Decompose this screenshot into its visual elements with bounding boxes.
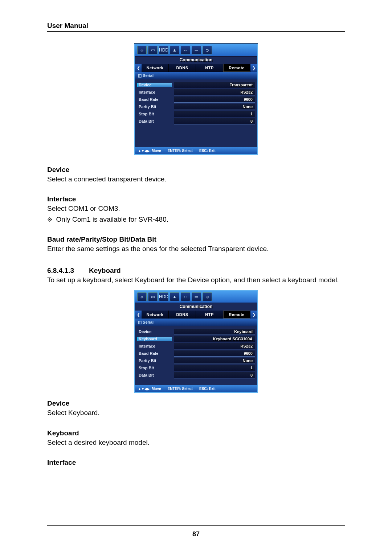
- dvr-field-label: Data Bit: [137, 119, 172, 123]
- io-icon[interactable]: ↔: [181, 46, 190, 54]
- dvr-field-label: Baud Rate: [137, 97, 172, 102]
- desc-keyboard: Select a desired keyboard model.: [47, 437, 345, 448]
- dvr-field-label: Keyboard: [137, 337, 172, 341]
- network-icon[interactable]: ═: [192, 292, 201, 301]
- dvr-field-value[interactable]: 9600: [174, 97, 255, 103]
- dvr-toolbar: ☼ ▭ HDD ▲ ↔ ═ ➲: [135, 291, 257, 303]
- hdd-icon[interactable]: HDD: [159, 292, 168, 301]
- term-device-2: Device: [47, 399, 345, 407]
- dvr-field-row[interactable]: Parity BitNone: [137, 103, 255, 110]
- dvr-field-label: Interface: [137, 344, 172, 348]
- dvr-field-value[interactable]: 9600: [174, 350, 255, 357]
- desc-interface-note: ※ Only Com1 is available for SVR-480.: [47, 214, 345, 225]
- section-heading: 6.8.4.1.3Keyboard: [47, 267, 345, 275]
- tab-ntp[interactable]: NTP: [196, 311, 223, 319]
- footer-esc: ESC: Exit: [199, 149, 216, 153]
- user-icon[interactable]: ▲: [170, 46, 179, 54]
- dvr-field-label: Device: [137, 83, 172, 87]
- tab-network[interactable]: Network: [142, 311, 169, 319]
- term-keyboard: Keyboard: [47, 429, 345, 437]
- dvr-field-row[interactable]: Baud Rate9600: [137, 350, 255, 357]
- monitor-icon[interactable]: ▭: [148, 46, 158, 54]
- dvr-field-row[interactable]: Stop Bit1: [137, 111, 255, 117]
- term-interface: Interface: [47, 195, 345, 203]
- dvr-screenshot-2: ☼ ▭ HDD ▲ ↔ ═ ➲ Communication ❮ Network …: [47, 290, 345, 393]
- page-number: 87: [0, 530, 392, 538]
- dvr-window-title: Communication: [135, 57, 257, 64]
- tab-remote[interactable]: Remote: [223, 64, 250, 72]
- dvr-field-row[interactable]: DeviceKeyboard: [137, 328, 255, 335]
- dvr-field-row[interactable]: Stop Bit1: [137, 365, 255, 371]
- section-number: 6.8.4.1.3: [47, 267, 89, 275]
- arrow-keys-icon: ▲▼◀▶: Move: [138, 387, 161, 391]
- dvr-field-label: Stop Bit: [137, 112, 172, 116]
- io-icon[interactable]: ↔: [181, 292, 190, 301]
- dvr-field-value[interactable]: Transparent: [174, 82, 255, 88]
- dvr-field-row[interactable]: KeyboardKeyboard SCC3100A: [137, 336, 255, 342]
- dvr-field-row[interactable]: Parity BitNone: [137, 357, 255, 364]
- dvr-section-serial: ◫ Serial: [135, 72, 257, 79]
- dvr-window-title: Communication: [135, 303, 257, 311]
- desc-interface-1: Select COM1 or COM3.: [47, 203, 345, 214]
- dvr-field-value[interactable]: Keyboard: [174, 329, 255, 335]
- gear-icon[interactable]: ☼: [137, 46, 147, 54]
- tab-ddns[interactable]: DDNS: [169, 64, 196, 72]
- dvr-tabs: ❮ Network DDNS NTP Remote ❯: [135, 64, 257, 72]
- dvr-field-value[interactable]: 8: [174, 372, 255, 378]
- dvr-field-row[interactable]: InterfaceRS232: [137, 343, 255, 349]
- dvr-field-row[interactable]: DeviceTransparent: [137, 82, 255, 88]
- desc-device-2: Select Keyboard.: [47, 407, 345, 418]
- section-intro: To set up a keyboard, select Keyboard fo…: [47, 275, 345, 285]
- arrow-keys-icon: ▲▼◀▶: Move: [138, 149, 161, 153]
- exit-icon[interactable]: ➲: [203, 292, 212, 301]
- tab-ddns[interactable]: DDNS: [169, 311, 196, 319]
- dvr-field-value[interactable]: RS232: [174, 343, 255, 349]
- dvr-field-label: Stop Bit: [137, 366, 172, 370]
- dvr-field-row[interactable]: Data Bit8: [137, 372, 255, 378]
- dvr-field-label: Parity Bit: [137, 104, 172, 109]
- dvr-field-label: Data Bit: [137, 373, 172, 377]
- dvr-field-value[interactable]: RS232: [174, 89, 255, 95]
- dvr-section-serial: ◫ Serial: [135, 319, 257, 326]
- dvr-field-row[interactable]: Baud Rate9600: [137, 96, 255, 103]
- gear-icon[interactable]: ☼: [137, 292, 147, 301]
- dvr-field-row[interactable]: InterfaceRS232: [137, 89, 255, 95]
- dvr-field-value[interactable]: Keyboard SCC3100A: [174, 336, 255, 342]
- footer-enter: ENTER: Select: [168, 149, 193, 153]
- tab-scroll-left-icon[interactable]: ❮: [135, 311, 142, 319]
- dvr-footer: ▲▼◀▶: Move ENTER: Select ESC: Exit: [135, 385, 257, 392]
- footer-esc: ESC: Exit: [199, 387, 216, 391]
- desc-baud: Enter the same settings as the ones for …: [47, 243, 345, 254]
- dvr-tabs: ❮ Network DDNS NTP Remote ❯: [135, 311, 257, 319]
- dvr-field-value[interactable]: 8: [174, 118, 255, 124]
- exit-icon[interactable]: ➲: [203, 46, 212, 54]
- dvr-footer: ▲▼◀▶: Move ENTER: Select ESC: Exit: [135, 147, 257, 154]
- tab-remote[interactable]: Remote: [223, 311, 250, 319]
- dvr-field-value[interactable]: None: [174, 104, 255, 110]
- footer-enter: ENTER: Select: [168, 387, 193, 391]
- dvr-field-value[interactable]: 1: [174, 111, 255, 117]
- footer-rule: [47, 525, 345, 526]
- hdd-icon[interactable]: HDD: [159, 46, 168, 54]
- term-interface-2: Interface: [47, 459, 345, 467]
- note-reference-mark-icon: ※: [47, 216, 52, 223]
- dvr-field-label: Device: [137, 329, 172, 334]
- tab-scroll-right-icon[interactable]: ❯: [250, 64, 257, 72]
- user-icon[interactable]: ▲: [170, 292, 179, 301]
- header-title: User Manual: [47, 22, 345, 31]
- dvr-field-row[interactable]: Data Bit8: [137, 118, 255, 124]
- desc-device: Select a connected transparent device.: [47, 174, 345, 184]
- term-baud: Baud rate/Parity/Stop Bit/Data Bit: [47, 235, 345, 243]
- dvr-field-value[interactable]: 1: [174, 365, 255, 371]
- dvr-field-value[interactable]: None: [174, 358, 255, 364]
- tab-scroll-left-icon[interactable]: ❮: [135, 64, 142, 72]
- monitor-icon[interactable]: ▭: [148, 292, 158, 301]
- tab-network[interactable]: Network: [142, 64, 169, 72]
- term-device: Device: [47, 166, 345, 174]
- dvr-field-label: Parity Bit: [137, 358, 172, 363]
- tab-scroll-right-icon[interactable]: ❯: [250, 311, 257, 319]
- serial-icon: ◫: [138, 73, 143, 78]
- dvr-toolbar: ☼ ▭ HDD ▲ ↔ ═ ➲: [135, 44, 257, 57]
- network-icon[interactable]: ═: [192, 46, 201, 54]
- tab-ntp[interactable]: NTP: [196, 64, 223, 72]
